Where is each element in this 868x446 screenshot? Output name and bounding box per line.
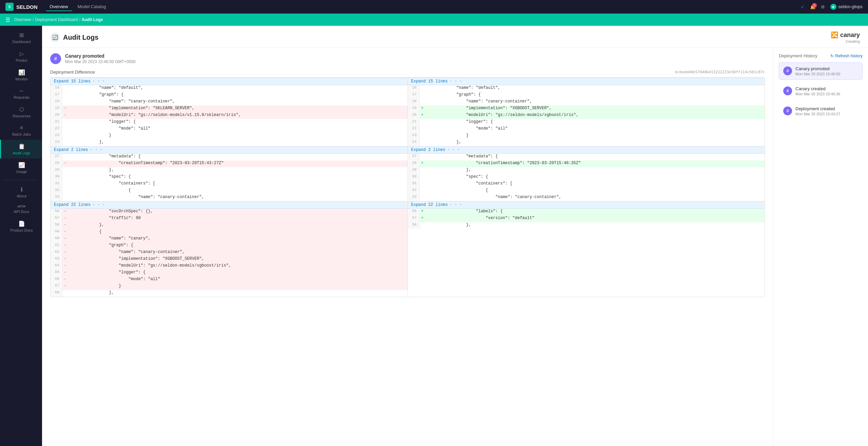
- sidebar-divider: [4, 180, 38, 180]
- refresh-icon: ↻: [830, 54, 834, 58]
- event-title: Canary promoted: [65, 53, 136, 59]
- dashboard-icon: ⊞: [19, 32, 24, 38]
- expand-band-right-1[interactable]: Expand 15 lines · · ·: [408, 78, 765, 85]
- resources-icon: ⬡: [19, 106, 24, 113]
- sidebar-item-monitor[interactable]: 📊 Monitor: [0, 66, 42, 84]
- sidebar-label-product-docs: Product Docs: [10, 228, 33, 232]
- audit-main: # Canary promoted Mon Mar 20 2023 15:46:…: [42, 48, 773, 446]
- diff-row-left-removed: 67- }: [51, 283, 408, 290]
- diff-row-right: 23 }: [408, 133, 765, 139]
- diff-row-left-removed: 64- "modelUri": "gs://seldon-models/xgbo…: [51, 263, 408, 270]
- diff-row-right: 33 "name": "canary-container",: [408, 194, 765, 201]
- history-item-info-1: Canary created Mon Mar 20 2023 15:46:36: [795, 86, 840, 96]
- diff-row-left: 32 {: [51, 188, 408, 194]
- diff-row-right: 17 "graph": {: [408, 92, 765, 99]
- main-layout: ⊞ Dashboard ▷ Predict 📊 Monitor ↔ Reques…: [0, 26, 868, 446]
- event-dot: #: [50, 53, 61, 64]
- sidebar-item-api-docs[interactable]: HTTP API Docs: [0, 201, 42, 217]
- diff-row-right: 32 {: [408, 188, 765, 194]
- history-item-title-2: Deployment created: [795, 106, 840, 111]
- sidebar-item-requests[interactable]: ↔ Requests: [0, 84, 42, 103]
- sidebar-item-predict[interactable]: ▷ Predict: [0, 47, 42, 66]
- history-item-title-0: Canary promoted: [795, 66, 840, 71]
- page-title-section: 🔄 Audit Logs: [50, 33, 98, 42]
- expand-band-1[interactable]: Expand 15 lines · · ·: [51, 78, 408, 85]
- sidebar-label-requests: Requests: [14, 95, 29, 99]
- sidebar-item-dashboard[interactable]: ⊞ Dashboard: [0, 28, 42, 47]
- refresh-history-button[interactable]: ↻ Refresh history: [830, 54, 863, 58]
- diff-row-left-removed: 56- "svcOrchSpec": {},: [51, 209, 408, 215]
- settings-icon[interactable]: ⚙: [821, 4, 825, 9]
- sidebar-item-usage[interactable]: 📈 Usage: [0, 158, 42, 177]
- breadcrumb-bar: ☰ Overview / Deployment Dashboard / Audi…: [0, 14, 868, 26]
- nav-tab-model-catalog[interactable]: Model Catalog: [74, 3, 110, 11]
- sidebar-item-about[interactable]: ℹ About: [0, 183, 42, 201]
- expand-band-right-2[interactable]: Expand 2 lines · · ·: [408, 146, 765, 154]
- sidebar: ⊞ Dashboard ▷ Predict 📊 Monitor ↔ Reques…: [0, 26, 42, 446]
- content-area: 🔄 Audit Logs 🔀 canary Creating # Canary …: [42, 26, 868, 446]
- history-item-time-0: Mon Mar 20 2023 15:46:50: [795, 72, 840, 76]
- diff-row-left-removed: 58- },: [51, 222, 408, 229]
- history-item-0[interactable]: # Canary promoted Mon Mar 20 2023 15:46:…: [779, 62, 863, 80]
- history-dot-1: #: [783, 86, 792, 95]
- diff-container: Expand 15 lines · · · 16 "name": "defaul…: [50, 77, 765, 297]
- diff-row-left-removed: 62- "name": "canary-container",: [51, 249, 408, 256]
- diff-row-right: 29 },: [408, 167, 765, 174]
- diff-row-left-removed: 57- "traffic": 90: [51, 215, 408, 222]
- history-item-time-1: Mon Mar 20 2023 15:46:36: [795, 92, 840, 96]
- audit-logs-icon: 📋: [18, 143, 25, 150]
- expand-band-2[interactable]: Expand 2 lines · · ·: [51, 146, 408, 154]
- expand-band-right-3[interactable]: Expand 22 lines · · ·: [408, 201, 765, 209]
- sidebar-item-audit-logs[interactable]: 📋 Audit Logs: [0, 140, 42, 158]
- sidebar-item-product-docs[interactable]: 📄 Product Docs: [0, 217, 42, 236]
- api-docs-icon: HTTP: [18, 205, 26, 208]
- diff-row-right-added: 19+ "implementation": "XGBOOST_SERVER",: [408, 105, 765, 112]
- notification-bell[interactable]: 🔔 2: [810, 4, 815, 9]
- diff-row-left: 31 "containers": [: [51, 181, 408, 188]
- top-navigation: S SELDON Overview Model Catalog ✓ 🔔 2 ⚙ …: [0, 0, 868, 14]
- diff-row-right-added: 56+ "labels": {: [408, 209, 765, 215]
- expand-band-3[interactable]: Expand 22 lines · · ·: [51, 201, 408, 209]
- history-dot-0: #: [783, 66, 792, 75]
- diff-label: Deployment Difference: [50, 70, 95, 75]
- requests-icon: ↔: [19, 88, 24, 94]
- diff-row-right-added: 57+ "version": "default": [408, 215, 765, 222]
- diff-row-right: 27 "metadata": {: [408, 154, 765, 160]
- diff-row-right: 30 "spec": {: [408, 174, 765, 181]
- page-title: Audit Logs: [63, 34, 98, 41]
- history-header: Deployment History ↻ Refresh history: [779, 53, 863, 58]
- sidebar-label-audit-logs: Audit Logs: [13, 151, 31, 155]
- diff-row-left: 27 "metadata": {: [51, 154, 408, 160]
- notification-count: 2: [812, 3, 817, 8]
- user-info: ◆ seldon-gitops: [830, 4, 863, 10]
- diff-row-left-removed: 65- "logger": {: [51, 270, 408, 276]
- usage-icon: 📈: [18, 162, 25, 168]
- diff-row-right: 22 "mode": "all": [408, 126, 765, 133]
- sidebar-label-resources: Resources: [13, 114, 31, 118]
- canary-icon: 🔀: [831, 31, 838, 39]
- batch-jobs-icon: ≡: [20, 125, 23, 131]
- diff-row-left-removed: 63- "implementation": "XGBOOST_SERVER",: [51, 256, 408, 263]
- diff-side-left: Expand 15 lines · · · 16 "name": "defaul…: [51, 78, 408, 297]
- sidebar-item-batch-jobs[interactable]: ≡ Batch Jobs: [0, 121, 42, 140]
- diff-row-right: 18 "name": "canary-container",: [408, 99, 765, 105]
- diff-row-left-removed: 59- {: [51, 229, 408, 236]
- sidebar-label-predict: Predict: [16, 58, 27, 62]
- page-header: 🔄 Audit Logs 🔀 canary Creating: [42, 26, 868, 48]
- nav-tab-overview[interactable]: Overview: [46, 3, 72, 11]
- sidebar-label-usage: Usage: [16, 170, 27, 174]
- breadcrumb-overview[interactable]: Overview: [14, 17, 31, 22]
- diff-row-left-removed: 60- "name": "canary",: [51, 236, 408, 243]
- history-title: Deployment History: [779, 53, 817, 58]
- diff-row-left: 30 "spec": {: [51, 174, 408, 181]
- diff-row-left-removed: 28- "creationTimestamp": "2023-03-20T15:…: [51, 160, 408, 167]
- canary-name: 🔀 canary: [831, 31, 860, 39]
- diff-row-right-added: 28+ "creationTimestamp": "2023-03-20T15:…: [408, 160, 765, 167]
- breadcrumb-dashboard[interactable]: Deployment Dashboard: [35, 17, 78, 22]
- hamburger-icon[interactable]: ☰: [5, 17, 10, 23]
- diff-header: Deployment Difference bcbedd40e570486d13…: [50, 70, 765, 75]
- sidebar-item-resources[interactable]: ⬡ Resources: [0, 103, 42, 121]
- history-item-1[interactable]: # Canary created Mon Mar 20 2023 15:46:3…: [779, 82, 863, 100]
- sidebar-label-about: About: [17, 194, 26, 198]
- history-item-2[interactable]: # Deployment created Mon Mar 20 2023 15:…: [779, 102, 863, 120]
